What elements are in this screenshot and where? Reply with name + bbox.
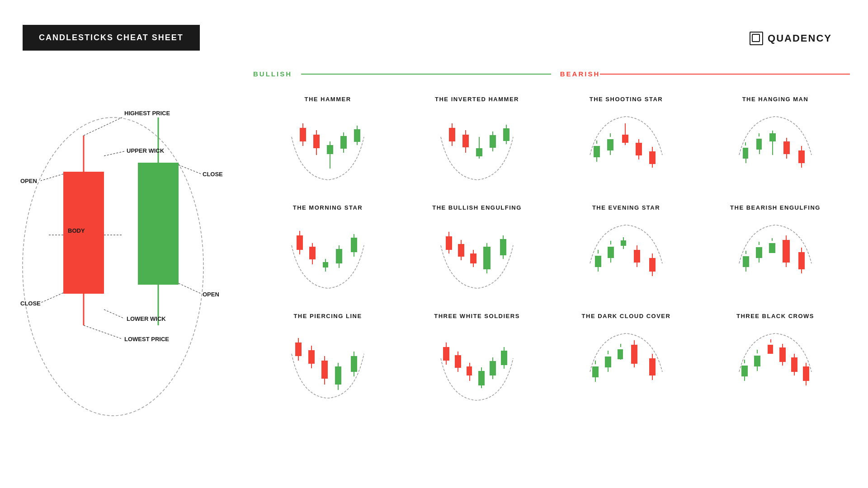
- pattern-hanging-man-title: THE HANGING MAN: [742, 96, 809, 103]
- svg-text:CLOSE: CLOSE: [20, 300, 41, 307]
- svg-rect-93: [323, 262, 328, 267]
- svg-rect-105: [458, 244, 464, 257]
- svg-line-20: [179, 283, 201, 294]
- pattern-three-white-soldiers-title: THREE WHITE SOLDIERS: [434, 313, 520, 319]
- pattern-bearish-engulfing-svg: [705, 215, 845, 296]
- svg-rect-153: [321, 361, 328, 379]
- svg-rect-132: [743, 256, 749, 267]
- svg-rect-99: [351, 238, 357, 252]
- svg-rect-108: [470, 253, 476, 263]
- svg-line-9: [104, 151, 124, 156]
- svg-rect-204: [779, 347, 786, 362]
- svg-text:OPEN: OPEN: [20, 178, 37, 184]
- pattern-morning-star-svg: [258, 215, 398, 296]
- svg-rect-48: [476, 148, 482, 156]
- svg-text:LOWER WICK: LOWER WICK: [127, 315, 166, 322]
- pattern-inverted-hammer-svg: [407, 106, 547, 188]
- svg-rect-162: [443, 347, 449, 361]
- pattern-hammer: THE HAMMER: [253, 91, 402, 200]
- svg-rect-42: [449, 128, 455, 141]
- svg-line-13: [179, 165, 201, 174]
- svg-rect-84: [798, 150, 805, 163]
- svg-rect-159: [351, 356, 357, 372]
- pattern-bullish-engulfing: THE BULLISH ENGULFING: [402, 200, 552, 308]
- pattern-piercing-line: THE PIERCING LINE: [253, 308, 402, 417]
- pattern-bearish-engulfing: THE BEARISH ENGULFING: [701, 200, 850, 308]
- svg-text:LOWEST PRICE: LOWEST PRICE: [124, 336, 169, 343]
- svg-rect-30: [313, 135, 320, 148]
- pattern-evening-star: THE EVENING STAR: [552, 200, 701, 308]
- svg-rect-183: [605, 357, 611, 367]
- svg-rect-198: [754, 356, 760, 366]
- pattern-dark-cloud-cover-svg: [556, 323, 696, 404]
- svg-text:UPPER WICK: UPPER WICK: [127, 147, 165, 154]
- logo-icon: [750, 32, 763, 45]
- svg-rect-129: [649, 258, 656, 272]
- logo-text: QUADENCY: [768, 33, 832, 44]
- svg-rect-36: [340, 136, 347, 149]
- pattern-bullish-engulfing-title: THE BULLISH ENGULFING: [432, 204, 522, 211]
- svg-rect-27: [300, 128, 306, 141]
- pattern-piercing-line-title: THE PIERCING LINE: [293, 313, 362, 319]
- svg-rect-150: [308, 350, 315, 364]
- pattern-bullish-engulfing-svg: [407, 215, 547, 296]
- svg-rect-192: [649, 358, 656, 375]
- svg-rect-96: [336, 249, 342, 263]
- svg-rect-69: [649, 151, 656, 164]
- svg-rect-207: [791, 357, 797, 372]
- svg-rect-60: [607, 139, 613, 150]
- bearish-label: BEARISH: [560, 70, 600, 78]
- svg-rect-195: [741, 366, 748, 376]
- svg-rect-168: [467, 366, 472, 375]
- svg-text:OPEN: OPEN: [203, 291, 219, 298]
- svg-rect-126: [634, 250, 640, 263]
- svg-rect-189: [631, 345, 637, 364]
- bullish-label: BULLISH: [253, 70, 292, 78]
- svg-rect-102: [446, 236, 452, 250]
- svg-rect-138: [769, 243, 775, 253]
- svg-line-11: [41, 174, 63, 181]
- svg-rect-57: [594, 146, 600, 157]
- svg-rect-180: [592, 366, 599, 377]
- svg-rect-210: [803, 366, 809, 381]
- pattern-morning-star: THE MORNING STAR: [253, 200, 402, 308]
- patterns-grid: THE HAMMER: [253, 91, 850, 417]
- patterns-area: BULLISH BEARISH THE HAMMER: [253, 70, 850, 417]
- section-header: BULLISH BEARISH: [253, 70, 850, 78]
- svg-rect-141: [783, 240, 790, 263]
- svg-rect-39: [354, 129, 360, 142]
- pattern-shooting-star-title: THE SHOOTING STAR: [590, 96, 663, 103]
- pattern-evening-star-svg: [556, 215, 696, 296]
- pattern-three-white-soldiers: THREE WHITE SOLDIERS: [402, 308, 552, 417]
- svg-line-7: [84, 117, 122, 136]
- svg-rect-78: [769, 133, 776, 141]
- svg-rect-117: [595, 256, 601, 267]
- svg-rect-111: [483, 247, 491, 269]
- svg-rect-81: [783, 141, 790, 154]
- svg-text:CLOSE: CLOSE: [203, 171, 223, 178]
- svg-rect-66: [636, 143, 642, 155]
- svg-line-24: [84, 325, 122, 339]
- pattern-inverted-hammer-title: THE INVERTED HAMMER: [435, 96, 519, 103]
- svg-rect-72: [743, 148, 748, 159]
- svg-line-18: [41, 293, 63, 303]
- svg-rect-156: [335, 366, 341, 385]
- pattern-hammer-svg: [258, 106, 398, 188]
- candlestick-diagram: HIGHEST PRICE UPPER WICK OPEN CLOSE BODY…: [14, 72, 249, 443]
- svg-rect-45: [462, 135, 469, 147]
- pattern-shooting-star: THE SHOOTING STAR: [552, 91, 701, 200]
- svg-rect-51: [490, 135, 496, 148]
- pattern-dark-cloud-cover: THE DARK CLOUD COVER: [552, 308, 701, 417]
- svg-rect-123: [621, 240, 626, 246]
- svg-rect-33: [327, 145, 333, 154]
- svg-rect-120: [608, 247, 614, 258]
- svg-rect-75: [756, 139, 762, 150]
- svg-text:HIGHEST PRICE: HIGHEST PRICE: [124, 110, 170, 117]
- pattern-hanging-man-svg: [705, 106, 845, 188]
- svg-rect-144: [798, 252, 805, 269]
- svg-rect-201: [768, 345, 773, 354]
- pattern-hammer-title: THE HAMMER: [304, 96, 351, 103]
- svg-rect-165: [455, 355, 461, 368]
- header-title: CANDLESTICKS CHEAT SHEET: [39, 33, 184, 42]
- svg-rect-90: [309, 247, 316, 259]
